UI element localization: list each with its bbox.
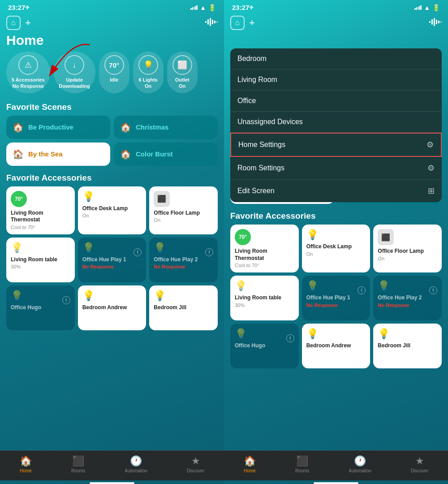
audio-icon-right[interactable] (429, 17, 442, 29)
acc-desk-lamp-left[interactable]: 💡 Office Desk Lamp On (78, 186, 146, 234)
acc-hugo-left[interactable]: 💡 ! Office Hugo (6, 285, 75, 330)
signal-icon (190, 5, 198, 10)
nav-automation-left[interactable]: 🕐 Automation (125, 455, 148, 473)
nav-discover-left[interactable]: ★ Discover (187, 455, 204, 473)
nav-discover-right[interactable]: ★ Discover (411, 455, 428, 473)
bulb-dark-icon-hue2-right: 💡 (378, 280, 390, 292)
scenes-grid-left: 🏠 Be Productive 🏠 Christmas 🏠 By the Sea… (0, 116, 224, 170)
home-button-left[interactable]: ⌂ (6, 16, 21, 30)
acc-andrew-name-right: Bedroom Andrew (306, 342, 366, 350)
add-button-left[interactable]: + (25, 17, 31, 29)
scene-color-burst[interactable]: 🏠 Color Burst (114, 143, 218, 166)
acc-thermostat-status-right: Cool to 70° (235, 263, 294, 268)
svg-rect-1 (207, 19, 209, 25)
acc-hue-play2-right[interactable]: 💡 ! Office Hue Play 2 No Response (373, 276, 442, 320)
pill-update[interactable]: ↓ UpdateDownloading (54, 52, 95, 93)
light-icon: 💡 (143, 60, 153, 70)
svg-rect-5 (216, 22, 218, 22)
acc-desk-lamp-right[interactable]: 💡 Office Desk Lamp On (302, 225, 370, 272)
nav-rooms-label-left: Rooms (71, 468, 86, 473)
warning-icon: ⚠ (25, 60, 32, 70)
dropdown-edit-screen[interactable]: Edit Screen ⊞ (230, 180, 442, 202)
acc-thermostat-name-right: Living Room Thermostat (235, 248, 294, 262)
audio-icon-left[interactable] (205, 17, 218, 29)
acc-floor-lamp-right[interactable]: ⬛ Office Floor Lamp On (373, 225, 442, 272)
acc-hue-play1-right[interactable]: 💡 ! Office Hue Play 1 No Response (302, 276, 370, 320)
dropdown-home-settings[interactable]: Home Settings ⚙ (230, 133, 442, 157)
pill-idle[interactable]: 70° Idle (99, 52, 129, 93)
content-scroll-right: 🏠 By the Sea 🏠 Color Burst Favorite Acce… (224, 181, 448, 450)
acc-hue-play2-name-left: Office Hue Play 2 (154, 256, 213, 264)
scene-christmas[interactable]: 🏠 Christmas (114, 116, 218, 139)
dropdown-bedroom[interactable]: Bedroom (230, 48, 442, 69)
nav-home-left[interactable]: 🏠 Home (20, 455, 32, 473)
pill-accessories[interactable]: ⚠ 5 AccessoriesNo Response (6, 52, 50, 93)
acc-lr-table-left[interactable]: 💡 Living Room table 30% (6, 238, 75, 282)
scene-by-the-sea[interactable]: 🏠 By the Sea (6, 143, 110, 166)
acc-hugo-right[interactable]: 💡 ! Office Hugo (230, 324, 299, 368)
acc-floor-lamp-name-left: Office Floor Lamp (154, 210, 213, 217)
acc-hue-play1-left[interactable]: 💡 ! Office Hue Play 1 No Response (78, 238, 146, 282)
dropdown-room-settings[interactable]: Room Settings ⚙ (230, 157, 442, 180)
pill-accessories-label: 5 AccessoriesNo Response (12, 77, 45, 90)
time-left: 23:27 (8, 4, 25, 11)
pill-outlet[interactable]: ⬜ OutletOn (167, 52, 198, 93)
nav-home-icon-right: 🏠 (244, 455, 256, 467)
bulb-on-icon-right: 💡 (306, 229, 366, 241)
outlet-icon-floor-left: ⬛ (154, 191, 170, 207)
nav-discover-icon-right: ★ (415, 455, 424, 467)
status-pills-left: ⚠ 5 AccessoriesNo Response ↓ UpdateDownl… (0, 52, 224, 99)
status-icons-left: ▲ 🔋 (190, 4, 216, 11)
dropdown-office-label: Office (237, 97, 256, 105)
bulb-dark-icon-hue1-left: 💡 (82, 242, 95, 254)
nav-automation-icon-left: 🕐 (130, 455, 142, 467)
acc-lr-table-right[interactable]: 💡 Living Room table 30% (230, 276, 299, 320)
acc-hugo-name-right: Office Hugo (235, 342, 294, 350)
acc-floor-lamp-left[interactable]: ⬛ Office Floor Lamp On (149, 186, 218, 234)
time-right: 23:27 (232, 4, 249, 11)
scenes-section-title-left: Favorite Scenes (0, 99, 224, 116)
svg-rect-11 (438, 21, 439, 23)
acc-desk-lamp-status-left: On (82, 213, 142, 218)
nav-automation-icon-right: 🕐 (354, 455, 366, 467)
acc-jill-left[interactable]: 💡 Bedroom Jill (149, 285, 218, 330)
dropdown-office[interactable]: Office (230, 91, 442, 112)
nav-automation-right[interactable]: 🕐 Automation (349, 455, 372, 473)
acc-thermostat-right[interactable]: 70° Living Room Thermostat Cool to 70° (230, 225, 299, 272)
bulb-dark-icon-hue1-right: 💡 (306, 280, 319, 292)
acc-thermostat-status-left: Cool to 70° (11, 225, 70, 230)
acc-andrew-right[interactable]: 💡 Bedroom Andrew (302, 324, 370, 368)
acc-andrew-left[interactable]: 💡 Bedroom Andrew (78, 285, 146, 330)
add-button-right[interactable]: + (249, 17, 255, 29)
home-button-right[interactable]: ⌂ (230, 16, 245, 30)
nav-rooms-left[interactable]: ⬛ Rooms (71, 455, 86, 473)
pill-update-label: UpdateDownloading (59, 77, 90, 90)
dropdown-edit-screen-label: Edit Screen (237, 187, 275, 195)
acc-hue-play2-left[interactable]: 💡 ! Office Hue Play 2 No Response (149, 238, 218, 282)
acc-thermostat-left[interactable]: 70° Living Room Thermostat Cool to 70° (6, 186, 75, 234)
dropdown-menu[interactable]: Bedroom Living Room Office Unassigned De… (230, 48, 442, 202)
nav-rooms-right[interactable]: ⬛ Rooms (295, 455, 310, 473)
dropdown-living-room[interactable]: Living Room (230, 69, 442, 91)
acc-hugo-name-left: Office Hugo (11, 304, 70, 311)
scene-home-icon: 🏠 (13, 122, 24, 133)
dropdown-unassigned[interactable]: Unassigned Devices (230, 112, 442, 133)
bottom-nav-left: 🏠 Home ⬛ Rooms 🕐 Automation ★ Discover (0, 450, 224, 480)
nav-automation-label-left: Automation (125, 468, 148, 473)
bulb-dim-icon-left: 💡 (11, 242, 70, 254)
acc-jill-right[interactable]: 💡 Bedroom Jill (373, 324, 442, 368)
bulb-andrew-left: 💡 (82, 290, 142, 302)
acc-hue-play2-status-left: No Response (154, 264, 213, 269)
accessories-grid-right: 70° Living Room Thermostat Cool to 70° 💡… (224, 225, 448, 373)
nav-home-right[interactable]: 🏠 Home (244, 455, 256, 473)
nav-home-icon-left: 🏠 (20, 455, 32, 467)
pill-lights[interactable]: 💡 6 LightsOn (133, 52, 164, 93)
acc-floor-lamp-status-right: On (378, 256, 437, 261)
app-header-left: ⌂ + (0, 13, 224, 33)
status-bar-right: 23:27 ✈ ▲ 🔋 (224, 0, 448, 13)
info-badge-hue1-left: ! (134, 248, 142, 256)
svg-rect-4 (214, 21, 215, 23)
right-phone-panel: 23:27 ✈ ▲ 🔋 ⌂ + (224, 0, 448, 484)
scene-be-productive[interactable]: 🏠 Be Productive (6, 116, 110, 139)
dropdown-unassigned-label: Unassigned Devices (237, 118, 303, 126)
